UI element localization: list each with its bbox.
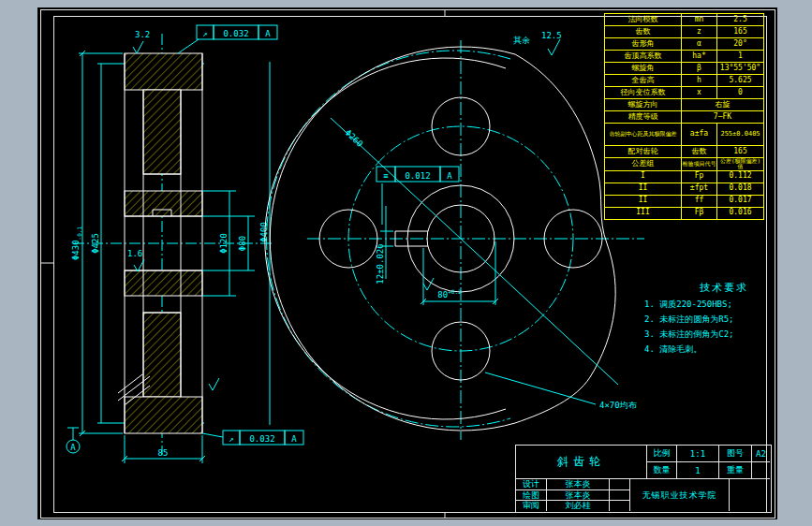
param-symbol: 齿数	[682, 146, 717, 158]
param-label: II	[605, 195, 682, 207]
design-name: 张本炎	[547, 479, 610, 490]
tech-req-item: 1. 调质220-250HBS;	[644, 299, 804, 311]
dim-keyway-width: 12±0.026	[376, 243, 385, 284]
blank-cell	[610, 490, 630, 501]
runout-frame-bottom: ↗ 0.032 A	[223, 431, 303, 445]
roughness-icon	[548, 39, 560, 55]
weight-label: 重量	[719, 462, 752, 479]
runout-value: 0.032	[223, 29, 248, 38]
gear-parameter-table: 法向模数mn2.5 齿数z165 齿形角α20° 齿顶高系数ha*1 螺旋角β1…	[604, 13, 764, 220]
dim-pitch-diameter: Φ425	[91, 233, 100, 254]
blank-cell	[730, 479, 770, 511]
runout-value: 0.032	[249, 434, 274, 444]
table-row: 螺旋方向右旋	[605, 99, 764, 111]
runout-datum: A	[265, 29, 271, 38]
dim-bolt-circle: Φ260	[344, 128, 365, 149]
param-symbol: ff	[682, 195, 717, 207]
gear-face-view	[265, 40, 644, 440]
tech-req-item: 4. 清除毛刺。	[644, 343, 804, 356]
review-label: 审阅	[516, 501, 547, 511]
param-symbol: x	[682, 87, 717, 99]
param-label: 公差组	[605, 158, 682, 171]
param-label: III	[605, 207, 682, 219]
param-symbol: ha*	[682, 51, 717, 63]
param-label: 法向模数	[605, 14, 682, 26]
param-value: 0.017	[717, 195, 764, 207]
tech-req-title: 技术要求	[644, 281, 804, 295]
qty-label: 数量	[647, 462, 677, 479]
runout-datum: A	[291, 434, 297, 444]
param-label: 配对齿轮	[605, 146, 682, 158]
weight-value	[752, 462, 770, 479]
symmetry-icon: ≡	[383, 171, 389, 181]
dim-bore-keyway: 80+0.2	[437, 288, 462, 300]
design-label: 设计	[516, 479, 547, 490]
blank-cell	[610, 479, 630, 490]
symmetry-frame: ≡ 0.012 A	[376, 167, 459, 182]
param-value: 13°55'50"	[717, 63, 764, 75]
bcd-dim-line	[331, 118, 618, 385]
param-value: 20°	[717, 38, 764, 51]
param-symbol: z	[682, 26, 717, 38]
table-row: 螺旋角β13°55'50"	[605, 63, 764, 75]
runout-frame-top: ↗ 0.032 A	[197, 25, 277, 39]
roughness-bore-value: 1.6	[127, 249, 142, 258]
roughness-rim-bottom-icon	[209, 378, 219, 390]
table-row: 全齿高h5.625	[605, 75, 764, 87]
param-value: 7—FK	[682, 111, 764, 124]
param-symbol: 检验项目代号	[682, 158, 717, 171]
draw-label: 绘图	[516, 490, 547, 501]
table-row: 配对齿轮齿数165	[605, 146, 764, 158]
roughness-top: 3.2	[133, 30, 150, 53]
param-symbol: Fβ	[682, 207, 717, 219]
table-row: 齿形角α20°	[605, 38, 764, 51]
holes-note: 4×70均布	[599, 401, 638, 410]
table-row: 精度等级7—FK	[605, 111, 764, 124]
param-value: 2.5	[717, 14, 764, 26]
param-value: 165	[717, 26, 764, 38]
table-row: 法向模数mn2.5	[605, 14, 764, 26]
tech-req-item: 2. 未标注的圆角为R5;	[644, 314, 804, 326]
param-symbol: ±fpt	[682, 183, 717, 195]
review-name: 刘必桂	[547, 501, 610, 511]
param-value: 5.625	[717, 75, 764, 87]
param-value: 255±0.0405	[717, 124, 764, 146]
dwgno-label: 图号	[719, 446, 752, 462]
table-row: IIIFβ0.016	[605, 207, 764, 219]
general-roughness: 其余 12.5	[513, 31, 562, 55]
param-value: 0.016	[717, 207, 764, 219]
title-block: 斜齿轮 比例 1:1 图号 A2 数量 1 重量 设计 张本炎 绘图 张本炎 审…	[515, 445, 772, 513]
roughness-top-value: 3.2	[135, 30, 150, 39]
param-symbol: h	[682, 75, 717, 87]
runout-icon: ↗	[202, 29, 207, 38]
dim-face-width: 85	[158, 448, 169, 458]
draw-name: 张本炎	[547, 490, 610, 501]
param-symbol: mn	[682, 14, 717, 26]
dim-hub-diameter: Φ120	[219, 233, 229, 254]
table-row: II±fpt0.018	[605, 183, 764, 195]
tech-req-item: 3. 未标注的倒角为C2;	[644, 329, 804, 341]
technical-requirements: 技术要求 1. 调质220-250HBS; 2. 未标注的圆角为R5; 3. 未…	[644, 281, 804, 358]
param-label: 精度等级	[605, 111, 682, 124]
param-value: 165	[717, 146, 764, 158]
symmetry-datum: A	[447, 171, 452, 181]
runout-icon: ↗	[229, 434, 233, 444]
param-symbol: β	[682, 63, 717, 75]
param-value: 0	[717, 87, 764, 99]
dwgno-value: A2	[752, 446, 770, 462]
qty-value: 1	[677, 462, 719, 479]
blank-cell	[610, 501, 630, 511]
param-label: 齿数	[605, 26, 682, 38]
param-symbol: a±fa	[682, 124, 717, 146]
param-value: 公差(极限偏差)值	[717, 158, 764, 171]
param-value: 0.112	[717, 170, 764, 183]
table-row: IIff0.017	[605, 195, 764, 207]
param-label: 径向变位系数	[605, 87, 682, 99]
param-symbol: α	[682, 38, 717, 51]
param-label: 齿顶高系数	[605, 51, 682, 63]
table-row: 公差组检验项目代号公差(极限偏差)值	[605, 158, 764, 171]
param-label: 全齿高	[605, 75, 682, 87]
table-row: IFp0.112	[605, 170, 764, 183]
table-row: 齿顶高系数ha*1	[605, 51, 764, 63]
param-label: 齿形角	[605, 38, 682, 51]
